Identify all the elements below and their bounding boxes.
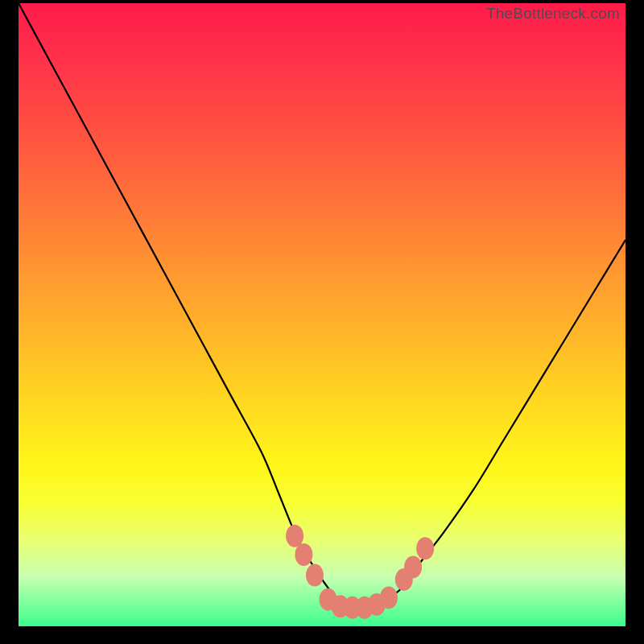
curve-bead: [286, 525, 303, 547]
curve-bead: [295, 543, 312, 566]
curve-bead: [380, 586, 398, 609]
bottleneck-curve-svg: [19, 3, 625, 626]
chart-plot-area: [19, 3, 625, 626]
curve-bead: [404, 555, 422, 578]
curve-bead: [416, 537, 434, 559]
curve-bead: [306, 564, 324, 587]
attribution-text: TheBottleneck.com: [486, 5, 620, 23]
bottleneck-curve-line: [19, 3, 625, 609]
curve-beads-group: [286, 525, 434, 619]
